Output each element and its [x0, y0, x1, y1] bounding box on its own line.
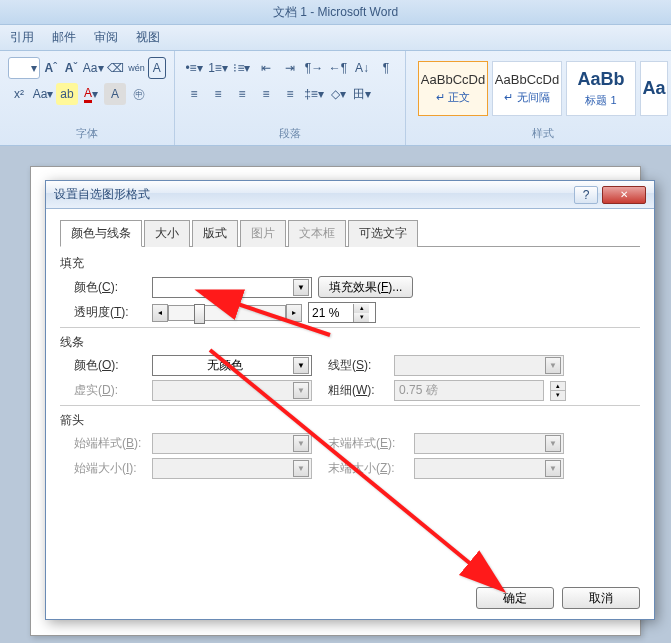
dialog-titlebar[interactable]: 设置自选图形格式 ? ✕ [46, 181, 654, 209]
line-legend: 线条 [60, 334, 640, 351]
pinyin-button[interactable]: wén [127, 57, 146, 79]
slider-thumb[interactable] [194, 304, 205, 324]
char-shading-button[interactable]: A [104, 83, 126, 105]
chevron-down-icon: ▼ [545, 357, 561, 374]
rtl-button[interactable]: ←¶ [327, 57, 349, 79]
font-group-label: 字体 [8, 124, 166, 143]
chevron-down-icon: ▼ [293, 382, 309, 399]
menu-view[interactable]: 视图 [136, 29, 160, 46]
align-right-button[interactable]: ≡ [231, 83, 253, 105]
line-style-label: 线型(S): [328, 357, 388, 374]
multilevel-button[interactable]: ⁝≡▾ [231, 57, 253, 79]
clear-format-button[interactable]: ⌫ [106, 57, 125, 79]
styles-group-label: 样式 [414, 124, 671, 143]
tab-alt-text[interactable]: 可选文字 [348, 220, 418, 247]
shading-button[interactable]: ◇▾ [327, 83, 349, 105]
transparency-label: 透明度(T): [74, 304, 146, 321]
superscript-button[interactable]: x² [8, 83, 30, 105]
transparency-spinbox[interactable]: ▴▾ [308, 302, 376, 323]
spin-down-icon[interactable]: ▾ [353, 313, 369, 322]
grow-font-button[interactable]: Aˆ [42, 57, 60, 79]
arrow-legend: 箭头 [60, 412, 640, 429]
dialog-tabs: 颜色与线条 大小 版式 图片 文本框 可选文字 [60, 219, 640, 247]
style-normal[interactable]: AaBbCcDd ↵ 正文 [418, 61, 488, 116]
slider-right-icon[interactable]: ▸ [286, 304, 302, 322]
style-no-spacing[interactable]: AaBbCcDd ↵ 无间隔 [492, 61, 562, 116]
increase-indent-button[interactable]: ⇥ [279, 57, 301, 79]
menu-references[interactable]: 引用 [10, 29, 34, 46]
sort-button[interactable]: A↓ [351, 57, 373, 79]
chevron-down-icon: ▼ [293, 357, 309, 374]
ok-button[interactable]: 确定 [476, 587, 554, 609]
line-weight-combo: 0.75 磅 [394, 380, 544, 401]
show-marks-button[interactable]: ¶ [375, 57, 397, 79]
bullets-button[interactable]: •≡▾ [183, 57, 205, 79]
font-color-button[interactable]: A▾ [80, 83, 102, 105]
align-center-button[interactable]: ≡ [207, 83, 229, 105]
line-dash-combo: ▼ [152, 380, 312, 401]
dialog-help-button[interactable]: ? [574, 186, 598, 204]
end-style-combo: ▼ [414, 433, 564, 454]
align-left-button[interactable]: ≡ [183, 83, 205, 105]
char-border-button[interactable]: A [148, 57, 166, 79]
tab-colors-lines[interactable]: 颜色与线条 [60, 220, 142, 247]
font-size-combo[interactable]: ▾ [8, 57, 40, 79]
line-weight-label: 粗细(W): [328, 382, 388, 399]
dialog-title: 设置自选图形格式 [54, 186, 150, 203]
format-autoshape-dialog: 设置自选图形格式 ? ✕ 颜色与线条 大小 版式 图片 文本框 可选文字 填充 … [45, 180, 655, 620]
numbering-button[interactable]: 1≡▾ [207, 57, 229, 79]
fill-color-label: 颜色(C): [74, 279, 146, 296]
tab-size[interactable]: 大小 [144, 220, 190, 247]
tab-layout[interactable]: 版式 [192, 220, 238, 247]
enclose-char-button[interactable]: ㊥ [128, 83, 150, 105]
end-size-combo: ▼ [414, 458, 564, 479]
transparency-input[interactable] [309, 306, 353, 320]
chevron-down-icon: ▼ [545, 460, 561, 477]
line-color-label: 颜色(O): [74, 357, 146, 374]
highlight-button[interactable]: ab [56, 83, 78, 105]
app-title: 文档 1 - Microsoft Word [273, 5, 398, 19]
change-case-button[interactable]: Aa▾ [82, 57, 104, 79]
cancel-button[interactable]: 取消 [562, 587, 640, 609]
distribute-button[interactable]: ≡ [279, 83, 301, 105]
fill-color-combo[interactable]: ▼ [152, 277, 312, 298]
begin-size-combo: ▼ [152, 458, 312, 479]
ribbon-group-styles: AaBbCcDd ↵ 正文 AaBbCcDd ↵ 无间隔 AaBb 标题 1 A… [406, 51, 671, 145]
fill-effects-button[interactable]: 填充效果(F)... [318, 276, 413, 298]
tab-picture: 图片 [240, 220, 286, 247]
spin-up-icon[interactable]: ▴ [353, 304, 369, 313]
paragraph-group-label: 段落 [183, 124, 397, 143]
line-color-combo[interactable]: 无颜色▼ [152, 355, 312, 376]
menu-mailings[interactable]: 邮件 [52, 29, 76, 46]
style-heading1[interactable]: AaBb 标题 1 [566, 61, 636, 116]
fill-legend: 填充 [60, 255, 640, 272]
menu-review[interactable]: 审阅 [94, 29, 118, 46]
ribbon-group-paragraph: •≡▾ 1≡▾ ⁝≡▾ ⇤ ⇥ ¶→ ←¶ A↓ ¶ ≡ ≡ ≡ ≡ ≡ ‡≡▾… [175, 51, 406, 145]
borders-button[interactable]: 田▾ [351, 83, 373, 105]
justify-button[interactable]: ≡ [255, 83, 277, 105]
shrink-font-button[interactable]: Aˇ [62, 57, 80, 79]
line-dash-label: 虚实(D): [74, 382, 146, 399]
tab-textbox: 文本框 [288, 220, 346, 247]
style-more[interactable]: Aa [640, 61, 668, 116]
subscript-button[interactable]: Aa▾ [32, 83, 54, 105]
begin-style-label: 始端样式(B): [74, 435, 146, 452]
menubar: 引用 邮件 审阅 视图 [0, 25, 671, 51]
chevron-down-icon: ▼ [293, 460, 309, 477]
dialog-close-button[interactable]: ✕ [602, 186, 646, 204]
chevron-down-icon: ▼ [545, 435, 561, 452]
begin-size-label: 始端大小(I): [74, 460, 146, 477]
app-titlebar: 文档 1 - Microsoft Word [0, 0, 671, 25]
chevron-down-icon: ▼ [293, 435, 309, 452]
decrease-indent-button[interactable]: ⇤ [255, 57, 277, 79]
end-style-label: 末端样式(E): [328, 435, 408, 452]
end-size-label: 末端大小(Z): [328, 460, 408, 477]
line-style-combo: ▼ [394, 355, 564, 376]
chevron-down-icon: ▼ [293, 279, 309, 296]
slider-left-icon[interactable]: ◂ [152, 304, 168, 322]
ltr-button[interactable]: ¶→ [303, 57, 325, 79]
ribbon-group-font: ▾ Aˆ Aˇ Aa▾ ⌫ wén A x² Aa▾ ab A▾ A ㊥ 字体 [0, 51, 175, 145]
spin-up-icon: ▴ [550, 381, 566, 391]
line-spacing-button[interactable]: ‡≡▾ [303, 83, 325, 105]
transparency-slider[interactable]: ◂ ▸ [152, 304, 302, 322]
